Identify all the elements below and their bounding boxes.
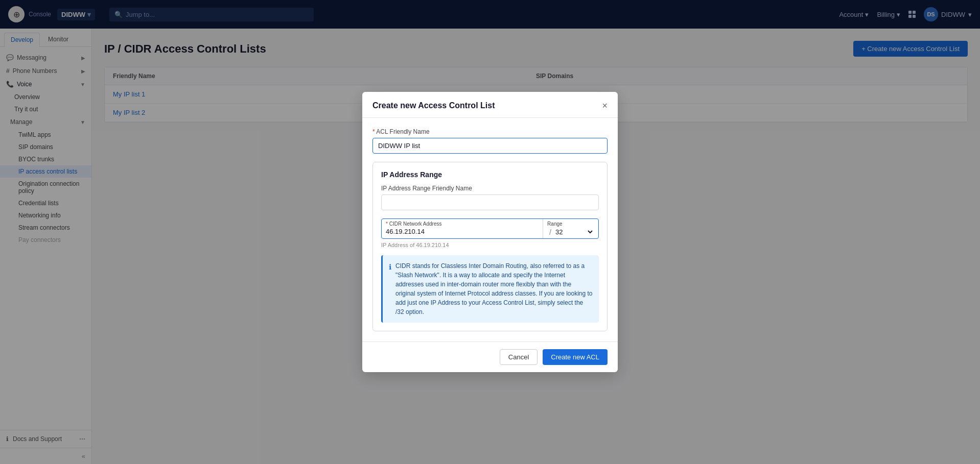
cidr-group: * CIDR Network Address Range /: [381, 218, 599, 248]
cidr-inner: * CIDR Network Address Range /: [382, 219, 598, 238]
cidr-network-input[interactable]: [386, 228, 539, 235]
ip-range-section: IP Address Range IP Address Range Friend…: [372, 162, 608, 331]
modal-footer: Cancel Create new ACL: [362, 341, 618, 372]
modal-header: Create new Access Control List ×: [362, 92, 618, 118]
cidr-ip-group: * CIDR Network Address: [382, 219, 543, 238]
ip-range-friendly-label: IP Address Range Friendly Name: [381, 185, 599, 192]
ip-range-title: IP Address Range: [381, 170, 599, 179]
cidr-network-label: * CIDR Network Address: [386, 221, 539, 227]
range-select[interactable]: 32 31 30 29 28 24 16 8: [553, 228, 594, 236]
ip-range-friendly-group: IP Address Range Friendly Name: [381, 185, 599, 210]
modal-overlay: Create new Access Control List × * ACL F…: [0, 0, 980, 464]
cidr-range-group: Range / 32 31 30 29 28 24: [543, 219, 598, 238]
info-text: CIDR stands for Classless Inter Domain R…: [395, 261, 593, 316]
slash-separator: /: [547, 228, 553, 236]
ip-hint: IP Address of 46.19.210.14: [381, 242, 599, 248]
cidr-row: * CIDR Network Address Range /: [381, 218, 599, 239]
modal-body: * ACL Friendly Name IP Address Range IP …: [362, 118, 618, 341]
cancel-button[interactable]: Cancel: [500, 349, 538, 365]
range-select-row: / 32 31 30 29 28 24 16: [547, 228, 594, 236]
create-acl-submit-button[interactable]: Create new ACL: [543, 349, 608, 365]
modal-close-button[interactable]: ×: [602, 101, 608, 110]
modal-title: Create new Access Control List: [372, 101, 495, 110]
ip-range-friendly-input[interactable]: [381, 194, 599, 210]
required-marker: *: [372, 128, 375, 135]
range-label: Range: [547, 221, 594, 227]
acl-name-input[interactable]: [372, 138, 608, 154]
create-acl-modal: Create new Access Control List × * ACL F…: [362, 92, 618, 372]
info-box: ℹ CIDR stands for Classless Inter Domain…: [381, 255, 599, 323]
info-icon: ℹ: [389, 262, 391, 316]
acl-name-group: * ACL Friendly Name: [372, 128, 608, 154]
acl-name-label: * ACL Friendly Name: [372, 128, 608, 135]
